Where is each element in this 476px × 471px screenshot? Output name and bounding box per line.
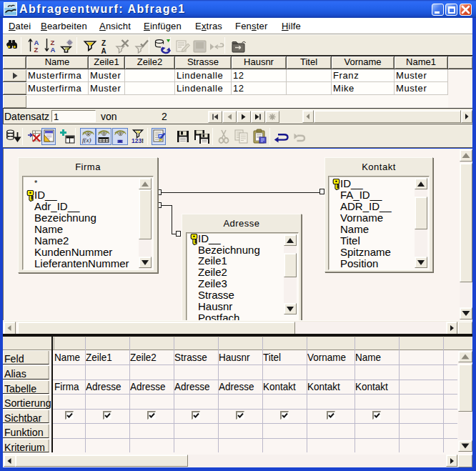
svg-text:Z: Z (34, 46, 39, 53)
svg-text:Z: Z (101, 39, 106, 47)
svg-text:f(x): f(x) (82, 137, 91, 144)
svg-text:A: A (51, 46, 56, 53)
svg-text:!: ! (142, 137, 144, 144)
svg-text:123: 123 (132, 137, 142, 144)
svg-text:A: A (101, 47, 106, 55)
